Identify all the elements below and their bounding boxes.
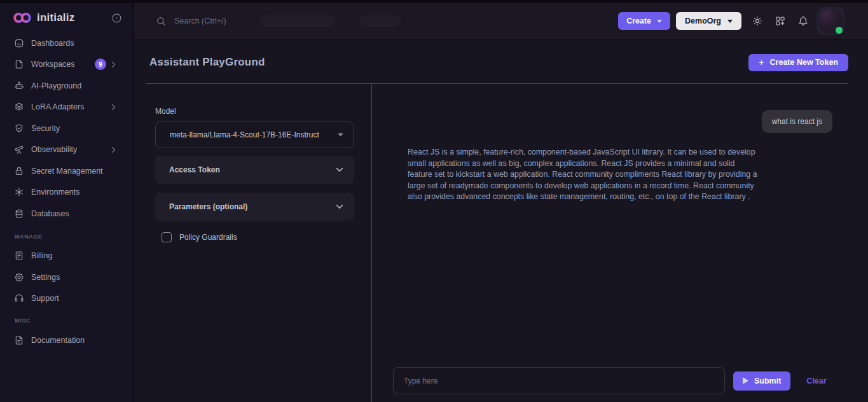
sidebar-item-documentation[interactable]: Documentation <box>0 329 132 351</box>
apps-grid-icon[interactable] <box>775 15 786 27</box>
search-icon <box>156 16 167 27</box>
create-new-token-button[interactable]: + Create New Token <box>748 54 848 71</box>
sidebar-nav: Dashboards Workspaces 9 AI-Playground <box>0 32 132 351</box>
document-icon <box>14 335 24 345</box>
chevron-right-icon <box>111 61 116 68</box>
layers-icon <box>14 102 24 112</box>
sidebar-section-misc: MISC <box>0 317 132 325</box>
page-title: Assistant PlayGround <box>149 56 265 69</box>
sidebar-item-label: AI-Playground <box>31 81 81 90</box>
online-status-dot <box>836 27 843 34</box>
user-message-bubble: what is react js <box>762 110 832 133</box>
sidebar-item-label: Workspaces <box>31 60 75 69</box>
caret-down-icon <box>338 133 343 137</box>
skeleton-pill <box>259 15 336 27</box>
sidebar-item-label: Settings <box>31 273 60 282</box>
sidebar-item-ai-playground[interactable]: AI-Playground <box>0 75 132 97</box>
billing-icon <box>14 251 24 261</box>
config-panel: Model meta-llama/Llama-4-Scout-17B-16E-I… <box>134 84 372 402</box>
submit-button[interactable]: Submit <box>733 371 790 391</box>
sidebar-item-billing[interactable]: Billing <box>0 246 132 267</box>
sidebar-header: initializ <box>0 3 132 32</box>
headset-icon <box>14 293 24 303</box>
sidebar-item-label: Dashboards <box>31 39 74 48</box>
chevron-down-icon <box>336 204 343 209</box>
sidebar-item-support[interactable]: Support <box>0 288 132 310</box>
main-content: Assistant PlayGround + Create New Token … <box>134 41 868 402</box>
shield-check-icon <box>14 123 24 134</box>
sidebar-item-environments[interactable]: Environments <box>0 182 132 204</box>
sidebar-item-label: LoRA Adapters <box>31 102 84 111</box>
create-button[interactable]: Create <box>618 12 670 30</box>
skeleton-pill <box>360 15 401 27</box>
play-icon <box>743 377 748 384</box>
assistant-message: React JS is a simple, feature-rich, comp… <box>408 147 759 203</box>
sidebar-item-label: Security <box>31 124 60 133</box>
sidebar-item-label: Support <box>31 294 59 303</box>
brand-name: initializ <box>37 11 111 24</box>
telescope-icon <box>14 144 24 155</box>
workspaces-count-badge: 9 <box>95 59 106 70</box>
topbar: Create DemoOrg <box>134 3 868 40</box>
model-selected-value: meta-llama/Llama-4-Scout-17B-16E-Instruc… <box>166 130 338 139</box>
lock-icon <box>14 166 24 176</box>
sidebar-item-label: Environments <box>31 188 79 197</box>
sidebar-item-dashboards[interactable]: Dashboards <box>0 32 132 54</box>
sidebar-item-label: Secret Management <box>31 167 103 176</box>
user-menu[interactable] <box>816 7 844 35</box>
sidebar-item-label: Observability <box>31 145 77 154</box>
sidebar-item-secret-management[interactable]: Secret Management <box>0 160 132 182</box>
sidebar-item-security[interactable]: Security <box>0 118 132 139</box>
plus-icon: + <box>759 57 764 67</box>
chat-input[interactable] <box>393 367 725 394</box>
chat-panel: what is react js React JS is a simple, f… <box>372 84 868 402</box>
topbar-actions: Create DemoOrg <box>618 7 844 35</box>
sidebar-item-lora-adapters[interactable]: LoRA Adapters <box>0 97 132 118</box>
notifications-bell-icon[interactable] <box>797 15 809 27</box>
theme-toggle-sun-icon[interactable] <box>752 15 763 27</box>
policy-guardrails-toggle[interactable]: Policy Guardrails <box>162 232 354 242</box>
global-search[interactable] <box>156 16 257 27</box>
sidebar-section-manage: MANAGE <box>0 233 132 241</box>
dashboard-icon <box>14 38 24 48</box>
robot-icon <box>14 81 24 91</box>
chevron-down-icon <box>336 167 343 172</box>
sidebar-item-label: Billing <box>31 251 52 260</box>
parameters-accordion[interactable]: Parameters (optional) <box>155 193 354 221</box>
chat-footer: Submit Clear <box>393 367 868 394</box>
playground-panels: Model meta-llama/Llama-4-Scout-17B-16E-I… <box>134 84 868 402</box>
window-top-strip <box>0 0 868 3</box>
model-label: Model <box>155 107 354 116</box>
page-header: Assistant PlayGround + Create New Token <box>134 41 868 83</box>
sidebar-item-workspaces[interactable]: Workspaces 9 <box>0 54 132 76</box>
sidebar-item-databases[interactable]: Databases <box>0 203 132 225</box>
file-icon <box>14 59 24 69</box>
sidebar-item-label: Databases <box>31 209 69 218</box>
sidebar-item-observability[interactable]: Observability <box>0 139 132 161</box>
access-token-accordion[interactable]: Access Token <box>155 156 354 184</box>
snowflake-icon <box>14 187 24 197</box>
model-select[interactable]: meta-llama/Llama-4-Scout-17B-16E-Instruc… <box>155 121 354 148</box>
database-icon <box>14 209 24 219</box>
initializ-logo-icon <box>13 11 32 25</box>
sidebar-item-label: Documentation <box>31 336 85 345</box>
clear-link[interactable]: Clear <box>806 377 826 385</box>
sidebar: initializ Dashboards Workspaces 9 <box>0 0 132 402</box>
policy-guardrails-checkbox[interactable] <box>162 232 172 242</box>
gear-icon <box>14 272 24 282</box>
org-switcher-button[interactable]: DemoOrg <box>676 12 741 30</box>
sidebar-item-settings[interactable]: Settings <box>0 267 132 288</box>
sidebar-collapse-icon[interactable] <box>111 13 122 24</box>
search-input[interactable] <box>174 17 257 25</box>
chevron-right-icon <box>111 104 116 111</box>
chevron-right-icon <box>111 146 116 153</box>
